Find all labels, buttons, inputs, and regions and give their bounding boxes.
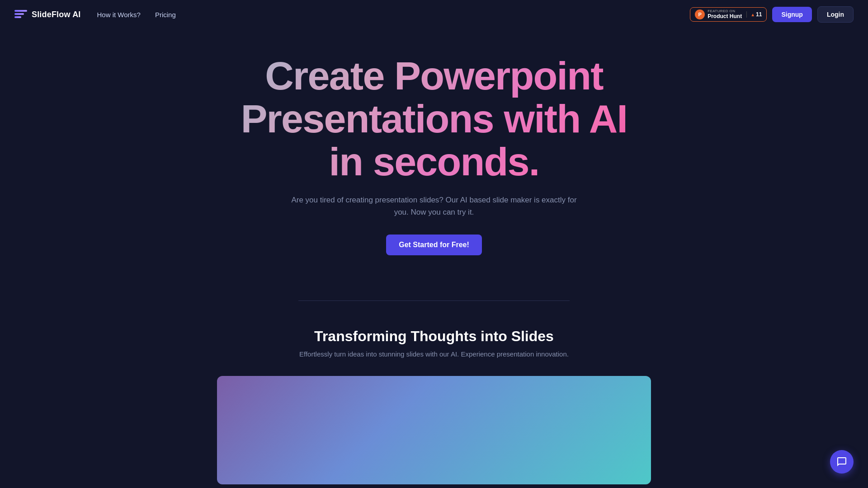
hero-heading: Create Powerpoint Presentations with AI …: [231, 54, 637, 183]
section-divider: [298, 300, 570, 301]
product-hunt-count-area: ▲ 11: [746, 11, 762, 18]
login-button[interactable]: Login: [817, 6, 854, 23]
logo[interactable]: SlideFlow AI: [14, 10, 81, 19]
product-hunt-badge[interactable]: P FEATURED ON Product Hunt ▲ 11: [690, 7, 767, 22]
demo-preview: [217, 376, 651, 484]
navbar: SlideFlow AI How it Works? Pricing P FEA…: [0, 0, 868, 29]
nav-link-pricing[interactable]: Pricing: [153, 7, 178, 22]
chat-button[interactable]: [830, 450, 854, 474]
nav-links: How it Works? Pricing: [95, 7, 178, 22]
nav-right: P FEATURED ON Product Hunt ▲ 11 Signup L…: [690, 6, 854, 23]
nav-left: SlideFlow AI How it Works? Pricing: [14, 7, 178, 22]
hero-subtext: Are you tired of creating presentation s…: [289, 194, 579, 218]
product-hunt-text: FEATURED ON Product Hunt: [708, 9, 742, 19]
logo-icon: [14, 10, 27, 19]
signup-button[interactable]: Signup: [772, 7, 811, 22]
cta-button[interactable]: Get Started for Free!: [386, 235, 482, 255]
chat-icon: [836, 456, 847, 467]
features-section: Transforming Thoughts into Slides Effort…: [0, 328, 868, 484]
brand-name: SlideFlow AI: [32, 10, 81, 19]
product-hunt-logo: P: [695, 9, 705, 19]
product-hunt-count: 11: [756, 11, 762, 18]
nav-link-how-it-works[interactable]: How it Works?: [95, 7, 142, 22]
upvote-arrow-icon: ▲: [750, 12, 755, 17]
product-hunt-name: Product Hunt: [708, 14, 742, 19]
features-title: Transforming Thoughts into Slides: [14, 328, 854, 345]
hero-section: Create Powerpoint Presentations with AI …: [0, 0, 868, 282]
features-subtitle: Effortlessly turn ideas into stunning sl…: [14, 350, 854, 358]
